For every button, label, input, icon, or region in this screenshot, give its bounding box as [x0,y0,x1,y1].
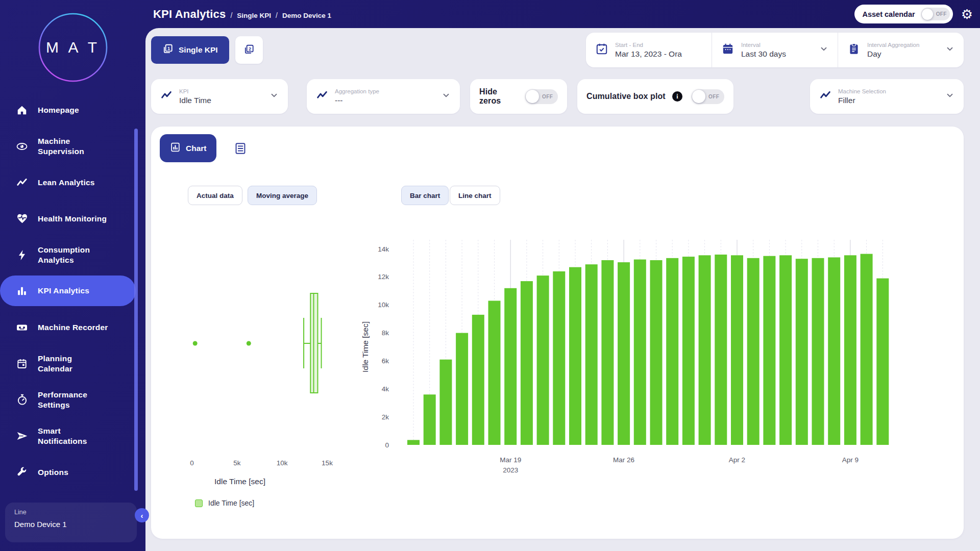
bolt-icon [13,249,31,261]
page-title: KPI Analytics [153,8,226,21]
machine-selection-value: Filler [838,96,886,105]
eye-icon [13,140,31,153]
svg-text:2k: 2k [382,413,389,421]
start-end-picker[interactable]: Start - End Mar 13, 2023 - Ora [586,33,712,67]
sidebar-collapse-button[interactable]: ‹ [135,508,149,522]
sidebar-scrollbar[interactable] [134,129,138,491]
hide-zeros-label: Hide zeros [479,87,519,106]
tab-chart[interactable]: Chart [160,134,216,162]
send-icon [13,430,31,442]
breadcrumb-single-kpi[interactable]: Single KPI [237,12,271,19]
sidebar-item-label: Planning Calendar [38,354,72,373]
app-window: M A T HomepageMachine SupervisionLean An… [0,0,980,551]
aggregation-type-value: --- [335,96,379,105]
sidebar-item-kpi-analytics[interactable]: KPI Analytics [0,276,136,306]
bars-icon [13,285,31,296]
calendar-icon [13,358,31,369]
svg-text:14k: 14k [378,245,389,253]
mat-logo: M A T [0,9,145,86]
sidebar-item-performance-settings[interactable]: Performance Settings [0,382,139,418]
table-list-icon [234,142,247,157]
heart-icon [13,213,31,224]
svg-text:10k: 10k [277,459,288,467]
chevron-down-icon [819,44,828,56]
svg-text:8k: 8k [382,329,389,337]
legend-label: Idle Time [sec] [208,499,254,507]
interval-label: Interval [741,42,786,48]
breadcrumb-device[interactable]: Demo Device 1 [282,12,331,19]
asset-calendar-toggle[interactable]: Asset calendar OFF [854,5,953,23]
svg-text:5k: 5k [233,459,241,467]
svg-text:6k: 6k [382,357,389,365]
svg-text:10k: 10k [378,301,389,309]
sidebar-item-homepage[interactable]: Homepage [0,92,139,128]
kpi-select[interactable]: KPI Idle Time [151,79,288,114]
chevron-down-icon [945,44,954,56]
gauge-icon [13,394,31,406]
interval-aggregation-value: Day [867,49,919,59]
asset-calendar-label: Asset calendar [863,10,915,18]
sidebar-item-machine-recorder[interactable]: Machine Recorder [0,309,139,345]
legend-swatch [195,499,203,507]
svg-text:0: 0 [385,441,389,449]
single-kpi-icon: 1 [162,43,174,57]
sidebar-item-label: Homepage [38,105,79,115]
machine-selection-select[interactable]: Machine Selection Filler [810,79,964,114]
asset-calendar-switch[interactable]: OFF [921,8,950,20]
sidebar-item-label: KPI Analytics [38,286,89,295]
cumulative-box-plot-switch[interactable]: OFF [692,89,724,104]
sidebar-item-label: Machine Recorder [38,322,108,332]
actual-data-button[interactable]: Actual data [188,186,242,205]
tab-table[interactable] [232,141,249,157]
hide-zeros-switch[interactable]: OFF [525,89,558,104]
trend-icon [316,89,328,104]
bar-chart[interactable]: 02k4k6k8k10k12k14kMar 192023Mar 26Apr 2A… [357,219,960,515]
sidebar-item-label: Performance Settings [38,390,87,410]
interval-select[interactable]: Interval Last 30 days [712,33,838,67]
sidebar: M A T HomepageMachine SupervisionLean An… [0,0,145,551]
kpi-value: Idle Time [179,96,211,105]
svg-text:Mar 19: Mar 19 [500,456,521,464]
sidebar-item-options[interactable]: Options [0,454,139,490]
svg-text:4k: 4k [382,385,389,393]
hide-zeros-control: Hide zeros OFF [470,79,567,114]
sidebar-item-label: Machine Supervision [38,136,84,156]
topbar: KPI Analytics / Single KPI / Demo Device… [145,0,980,28]
sidebar-item-label: Lean Analytics [38,178,95,187]
device-card[interactable]: Line Demo Device 1 [5,503,137,542]
date-filter-card: Start - End Mar 13, 2023 - Ora Interval [586,33,964,67]
sidebar-item-label: Options [38,467,68,477]
info-icon[interactable]: i [672,91,682,102]
recorder-icon [13,321,31,334]
bar-chart-button[interactable]: Bar chart [401,186,449,205]
tab-single-kpi[interactable]: 1 Single KPI [151,36,229,64]
aggregation-type-select[interactable]: Aggregation type --- [307,79,460,114]
calendar-check-icon [595,42,608,58]
chevron-down-icon [270,91,279,102]
machine-selection-label: Machine Selection [838,88,886,94]
svg-text:Idle Time [sec]: Idle Time [sec] [214,477,265,486]
chevron-down-icon [945,91,954,102]
sidebar-item-lean-analytics[interactable]: Lean Analytics [0,164,139,201]
sidebar-item-machine-supervision[interactable]: Machine Supervision [0,128,139,164]
boxplot-chart[interactable]: 05k10k15kIdle Time [sec] [153,219,357,495]
interval-aggregation-select[interactable]: Interval Aggregation Day [838,33,964,67]
sidebar-item-health-monitoring[interactable]: Health Monitoring [0,201,139,237]
cumulative-box-plot-label: Cumulative box plot [586,92,666,101]
settings-gear-icon[interactable]: ⚙ [961,8,973,21]
calendar-icon [721,42,734,58]
sidebar-item-planning-calendar[interactable]: Planning Calendar [0,345,139,382]
line-chart-button[interactable]: Line chart [450,186,500,205]
home-icon [13,105,31,116]
clipboard-icon [847,42,861,58]
interval-value: Last 30 days [741,49,786,59]
svg-text:1: 1 [167,46,170,51]
sidebar-item-smart-notifications[interactable]: Smart Notifications [0,418,139,454]
sidebar-item-consumption-analytics[interactable]: Consumption Analytics [0,237,139,273]
moving-average-button[interactable]: Moving average [248,186,317,205]
sidebar-item-label: Consumption Analytics [38,245,90,265]
tab-multi-kpi[interactable]: 2 [235,36,263,64]
chart-legend[interactable]: Idle Time [sec] [195,499,254,507]
cumulative-box-plot-control: Cumulative box plot i OFF [577,79,733,114]
breadcrumb: KPI Analytics / Single KPI / Demo Device… [153,8,331,21]
